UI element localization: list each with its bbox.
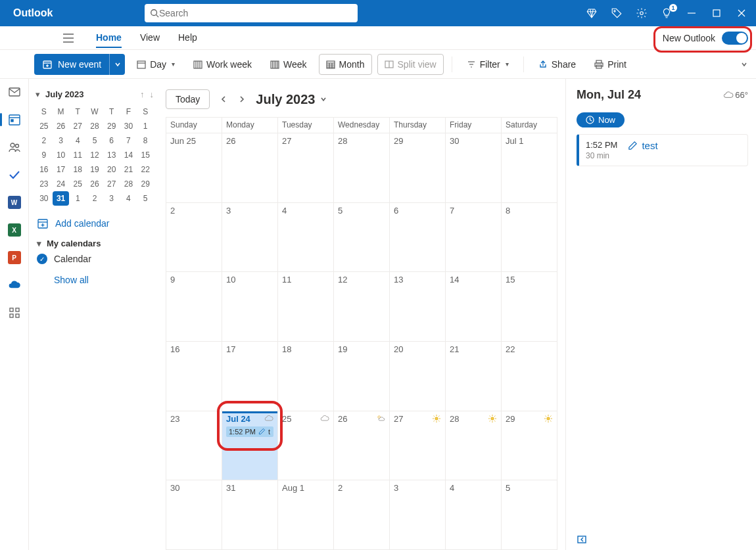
tag-icon[interactable] (610, 7, 623, 20)
calendar-cell[interactable]: 25 (278, 411, 334, 481)
mini-day[interactable]: 29 (103, 119, 120, 133)
mini-prev[interactable]: ↑ (140, 89, 145, 99)
next-month-button[interactable] (237, 95, 247, 104)
calendar-cell[interactable]: 6 (390, 203, 446, 273)
calendar-cell[interactable]: 8 (502, 203, 557, 273)
mini-day[interactable]: 14 (120, 148, 137, 162)
calendar-cell[interactable]: 26 (334, 411, 390, 481)
hamburger-button[interactable] (63, 28, 74, 48)
calendar-cell[interactable]: 27 (390, 411, 446, 481)
mini-day[interactable]: 30 (35, 191, 53, 206)
rail-more-apps[interactable] (5, 304, 24, 322)
month-title[interactable]: July 2023 (256, 92, 328, 107)
calendar-cell[interactable]: 16 (166, 342, 222, 411)
calendar-cell[interactable]: 18 (278, 342, 334, 411)
calendar-cell[interactable]: 19 (334, 342, 390, 411)
rail-calendar[interactable] (5, 110, 24, 129)
calendar-cell[interactable]: 3 (222, 203, 278, 273)
rail-excel[interactable]: X (5, 221, 24, 239)
calendar-cell[interactable]: 12 (334, 272, 390, 342)
rail-mail[interactable] (5, 83, 24, 101)
tab-view[interactable]: View (140, 28, 160, 48)
rail-todo[interactable] (5, 166, 24, 184)
mini-day[interactable]: 30 (120, 119, 137, 133)
weather-widget[interactable]: 66° (723, 90, 748, 101)
new-event-button[interactable]: New event (34, 54, 109, 75)
chevron-down-icon[interactable]: ▾ (35, 89, 40, 99)
calendar-cell[interactable]: 28 (334, 133, 390, 203)
event-chip[interactable]: 1:52 PMt (226, 426, 273, 437)
mini-day[interactable]: 3 (53, 133, 70, 148)
mini-day[interactable]: 26 (53, 119, 70, 133)
calendar-cell[interactable]: 13 (390, 272, 446, 342)
mini-day[interactable]: 20 (103, 162, 120, 177)
prev-month-button[interactable] (219, 95, 228, 104)
mini-day[interactable]: 9 (35, 148, 53, 162)
calendar-cell[interactable]: 23 (166, 411, 222, 481)
mini-day[interactable]: 11 (69, 148, 86, 162)
month-view-button[interactable]: Month (319, 54, 372, 75)
mini-day[interactable]: 5 (86, 133, 103, 148)
calendar-item[interactable]: ✓ Calendar (37, 254, 154, 264)
work-week-button[interactable]: Work week (187, 54, 258, 75)
agenda-item[interactable]: 1:52 PM 30 min test (577, 134, 748, 166)
mini-next[interactable]: ↓ (150, 89, 154, 99)
rail-people[interactable] (5, 138, 24, 156)
settings-icon[interactable] (635, 7, 648, 20)
calendar-cell[interactable]: 26 (222, 133, 278, 203)
calendar-cell[interactable]: Jun 25 (166, 133, 222, 203)
week-view-button[interactable]: Week (264, 54, 314, 75)
search-input[interactable] (159, 8, 352, 18)
mini-day[interactable]: 28 (86, 119, 103, 133)
calendar-cell[interactable]: 29 (502, 411, 557, 481)
print-button[interactable]: Print (588, 54, 633, 75)
mini-day[interactable]: 17 (53, 162, 70, 177)
split-view-button[interactable]: Split view (377, 54, 444, 75)
add-calendar-button[interactable]: Add calendar (37, 218, 154, 229)
mini-day[interactable]: 21 (120, 162, 137, 177)
calendar-cell[interactable]: 30 (446, 133, 502, 203)
calendar-cell[interactable]: 7 (446, 203, 502, 273)
calendar-cell[interactable]: 2 (334, 480, 390, 550)
calendar-cell[interactable]: 28 (446, 411, 502, 481)
calendar-cell[interactable]: 20 (390, 342, 446, 411)
mini-day[interactable]: 24 (53, 177, 70, 191)
mini-day[interactable]: 5 (137, 191, 154, 206)
collapse-detail-button[interactable] (577, 529, 748, 550)
maximize-button[interactable] (710, 7, 723, 20)
calendar-cell[interactable]: 3 (390, 480, 446, 550)
calendar-cell[interactable]: Jul 1 (502, 133, 557, 203)
mini-day[interactable]: 2 (86, 191, 103, 206)
tab-help[interactable]: Help (178, 28, 197, 48)
rail-onedrive[interactable] (5, 276, 24, 294)
calendar-cell[interactable]: 21 (446, 342, 502, 411)
mini-day[interactable]: 2 (35, 133, 53, 148)
my-calendars-header[interactable]: ▾ My calendars (37, 239, 154, 248)
mini-day[interactable]: 25 (35, 119, 53, 133)
premium-icon[interactable] (585, 7, 598, 20)
mini-day[interactable]: 31 (53, 191, 70, 206)
mini-day[interactable]: 10 (53, 148, 70, 162)
mini-day[interactable]: 13 (103, 148, 120, 162)
filter-button[interactable]: Filter▾ (460, 54, 515, 75)
mini-day[interactable]: 16 (35, 162, 53, 177)
calendar-cell[interactable]: 17 (222, 342, 278, 411)
calendar-cell[interactable]: 11 (278, 272, 334, 342)
rail-powerpoint[interactable]: P (5, 248, 24, 267)
calendar-cell[interactable]: Aug 1 (278, 480, 334, 550)
mini-day[interactable]: 4 (120, 191, 137, 206)
today-button[interactable]: Today (166, 89, 210, 109)
rail-word[interactable]: W (5, 193, 24, 212)
mini-day[interactable]: 6 (103, 133, 120, 148)
calendar-check-icon[interactable]: ✓ (37, 254, 47, 264)
calendar-cell[interactable]: 4 (278, 203, 334, 273)
minimize-button[interactable] (685, 7, 698, 20)
calendar-cell[interactable]: 31 (222, 480, 278, 550)
new-event-split-button[interactable]: New event (34, 54, 125, 75)
tips-icon[interactable]: 1 (660, 7, 673, 20)
mini-day[interactable]: 15 (137, 148, 154, 162)
calendar-cell[interactable]: 5 (502, 480, 557, 550)
mini-day[interactable]: 1 (69, 191, 86, 206)
search-box[interactable] (145, 4, 358, 22)
calendar-cell[interactable]: 4 (446, 480, 502, 550)
